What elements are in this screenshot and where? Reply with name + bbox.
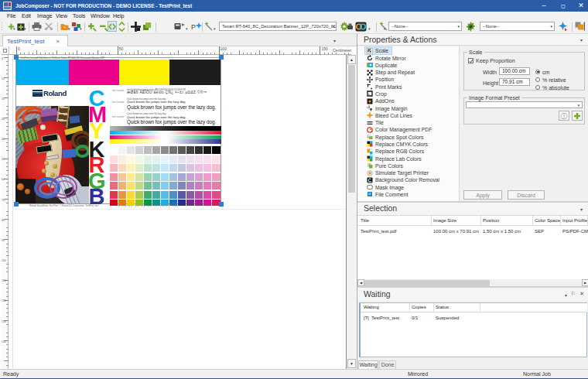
svg-text:P: P: [191, 23, 196, 31]
